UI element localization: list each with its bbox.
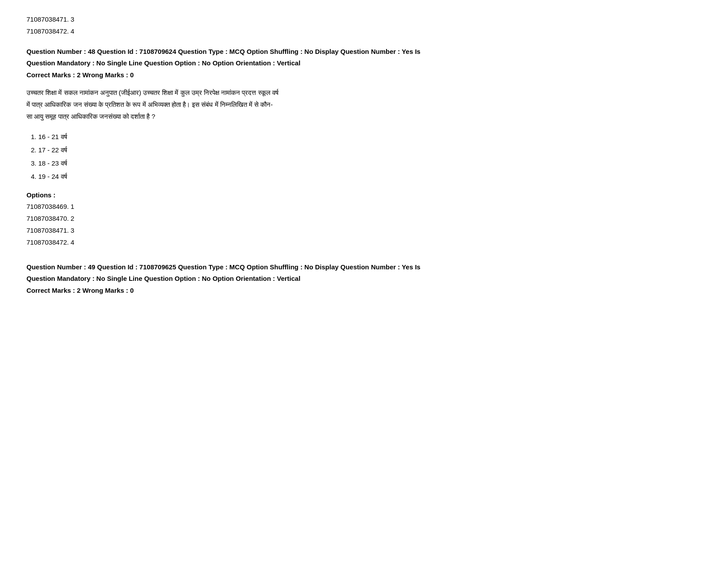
question-49-header-line1: Question Number : 49 Question Id : 71087…	[26, 261, 702, 273]
question-49-header-line2: Question Mandatory : No Single Line Ques…	[26, 273, 702, 284]
question-48-choices: 1. 16 - 21 वर्ष 2. 17 - 22 वर्ष 3. 18 - …	[31, 130, 702, 183]
ans-opt-4: 71087038472. 4	[26, 236, 702, 248]
question-48-header-line2: Question Mandatory : No Single Line Ques…	[26, 57, 702, 69]
question-48-body-line1: उच्चतर शिक्षा में सकल नामांकन अनुपात (जी…	[26, 87, 702, 98]
question-49-header: Question Number : 49 Question Id : 71087…	[26, 261, 702, 284]
choice-4: 4. 19 - 24 वर्ष	[31, 170, 702, 183]
question-48-body-line3: सा आयु समूह पात्र आधिकारिक जनसंख्या को द…	[26, 110, 702, 122]
question-49-section: Question Number : 49 Question Id : 71087…	[26, 261, 702, 294]
prev-option-3: 71087038471. 3	[26, 13, 702, 25]
choice-1: 1. 16 - 21 वर्ष	[31, 130, 702, 144]
question-48-section: Question Number : 48 Question Id : 71087…	[26, 46, 702, 248]
question-48-marks: Correct Marks : 2 Wrong Marks : 0	[26, 71, 702, 79]
choice-3: 3. 18 - 23 वर्ष	[31, 157, 702, 170]
question-48-header-line1: Question Number : 48 Question Id : 71087…	[26, 46, 702, 57]
prev-option-4: 71087038472. 4	[26, 25, 702, 37]
ans-opt-2: 71087038470. 2	[26, 212, 702, 224]
question-49-marks: Correct Marks : 2 Wrong Marks : 0	[26, 287, 702, 294]
ans-opt-3: 71087038471. 3	[26, 224, 702, 236]
ans-opt-1: 71087038469. 1	[26, 200, 702, 212]
options-label-48: Options :	[26, 191, 702, 199]
question-48-body-line2: में पात्र आधिकारिक जन संख्या के प्रतिशत …	[26, 98, 702, 110]
question-48-header: Question Number : 48 Question Id : 71087…	[26, 46, 702, 68]
prev-question-options: 71087038471. 3 71087038472. 4	[26, 13, 702, 37]
choice-2: 2. 17 - 22 वर्ष	[31, 144, 702, 157]
question-48-answer-options: 71087038469. 1 71087038470. 2 7108703847…	[26, 200, 702, 248]
question-48-body: उच्चतर शिक्षा में सकल नामांकन अनुपात (जी…	[26, 87, 702, 122]
